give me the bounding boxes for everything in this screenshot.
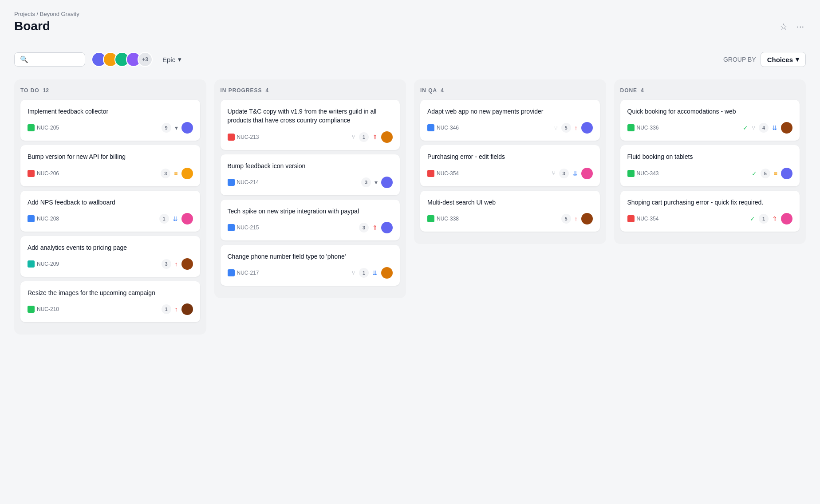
choices-label: Choices [767, 56, 793, 63]
priority-critical-icon: ⇑ [372, 224, 378, 231]
priority-high-icon: ↑ [575, 215, 578, 222]
column-inprogress: IN PROGRESS 4 Update T&C copy with v1.9 … [214, 79, 406, 298]
issue-type-icon [427, 170, 434, 177]
issue-badge: NUC-208 [28, 215, 59, 222]
priority-chevron-down-icon: ▾ [375, 179, 378, 186]
issue-code: NUC-210 [37, 306, 59, 312]
count-badge: 1 [162, 304, 171, 314]
issue-badge: NUC-354 [627, 215, 659, 222]
card-meta: NUC-209 3 ↑ [28, 258, 193, 270]
issue-code: NUC-214 [237, 179, 259, 185]
card[interactable]: Add NPS feedback to wallboard NUC-208 1 … [20, 191, 200, 232]
priority-low-icon: ⇊ [772, 124, 777, 131]
group-by-label: GROUP BY [723, 56, 756, 63]
column-done: DONE 4 Quick booking for accomodations -… [614, 79, 806, 244]
issue-type-icon [28, 215, 35, 222]
choices-button[interactable]: Choices ▾ [761, 52, 806, 67]
card[interactable]: Update T&C copy with v1.9 from the write… [221, 100, 400, 150]
branch-count: 5 [561, 123, 571, 133]
search-box: 🔍 [14, 52, 85, 67]
branch-icon: ⑂ [352, 270, 355, 276]
column-count-inqa: 4 [441, 87, 444, 94]
avatar-group: +3 [91, 52, 153, 67]
column-count-inprogress: 4 [265, 87, 268, 94]
card-title: Shoping cart purchasing error - quick fi… [627, 198, 793, 207]
count-badge: 3 [161, 169, 170, 178]
card-avatar [181, 122, 193, 134]
column-header-todo: TO DO 12 [20, 87, 200, 94]
issue-code: NUC-215 [237, 224, 259, 231]
card-title: Update T&C copy with v1.9 from the write… [228, 107, 393, 125]
issue-badge: NUC-206 [28, 170, 59, 177]
issue-badge: NUC-346 [427, 124, 459, 131]
card[interactable]: Fluid booking on tablets NUC-343 ✓ 5 ≡ [620, 145, 800, 186]
card-meta: NUC-336 ✓ ⑂4 ⇊ [627, 122, 793, 134]
issue-badge: NUC-217 [228, 269, 259, 276]
column-title-inqa: IN QA [420, 87, 437, 94]
issue-badge: NUC-338 [427, 215, 459, 222]
card-avatar [781, 213, 792, 224]
card[interactable]: Multi-dest search UI web NUC-338 5 ↑ [420, 191, 600, 232]
priority-low-icon: ⇊ [173, 215, 178, 222]
priority-low-icon: ⇊ [372, 269, 378, 276]
issue-code: NUC-343 [637, 170, 659, 177]
card-title: Multi-dest search UI web [427, 198, 593, 207]
issue-code: NUC-206 [37, 170, 59, 177]
issue-type-icon [627, 124, 635, 131]
issue-code: NUC-217 [237, 270, 259, 276]
epic-chevron-icon: ▾ [178, 55, 181, 63]
card-meta: NUC-354 ⑂3 ⇊ [427, 168, 593, 179]
priority-medium-icon: ≡ [774, 170, 777, 177]
board: TO DO 12 Implement feedback collector NU… [14, 79, 806, 335]
card-meta: NUC-343 ✓ 5 ≡ [627, 168, 793, 179]
card-avatar [581, 213, 593, 224]
issue-badge: NUC-336 [627, 124, 659, 131]
card-meta: NUC-215 3 ⇑ [228, 222, 393, 233]
card[interactable]: Quick booking for accomodations - web NU… [620, 100, 800, 141]
card[interactable]: Adapt web app no new payments provider N… [420, 100, 600, 141]
card[interactable]: Change phone number field type to 'phone… [221, 245, 400, 286]
issue-type-icon [427, 124, 434, 131]
issue-type-icon [228, 269, 235, 276]
count-badge: 5 [761, 169, 770, 178]
count-badge: 3 [162, 259, 171, 269]
card[interactable]: Bump feedback icon version NUC-214 3 ▾ [221, 154, 400, 195]
card-meta: NUC-210 1 ↑ [28, 303, 193, 315]
issue-badge: NUC-205 [28, 124, 59, 131]
issue-badge: NUC-214 [228, 179, 259, 186]
count-badge: 1 [159, 214, 169, 224]
card[interactable]: Shoping cart purchasing error - quick fi… [620, 191, 800, 232]
issue-badge: NUC-210 [28, 306, 59, 313]
branch-icon: ⑂ [352, 134, 355, 140]
card-avatar [181, 303, 193, 315]
card[interactable]: Tech spike on new stripe integration wit… [221, 200, 400, 240]
avatar-count[interactable]: +3 [138, 52, 153, 67]
card[interactable]: Resize the images for the upcoming campa… [20, 281, 200, 322]
search-icon: 🔍 [20, 55, 28, 63]
card[interactable]: Add analytics events to pricing page NUC… [20, 236, 200, 277]
search-input[interactable] [32, 56, 79, 63]
issue-type-icon [28, 260, 35, 268]
more-options-button[interactable]: ··· [795, 20, 806, 33]
column-header-inqa: IN QA 4 [420, 87, 600, 94]
card-avatar [181, 213, 193, 224]
count-badge: 3 [361, 177, 371, 187]
branch-icon: ⑂ [554, 125, 558, 131]
epic-filter-button[interactable]: Epic ▾ [159, 54, 185, 65]
column-header-done: DONE 4 [620, 87, 800, 94]
card[interactable]: Bump version for new API for billing NUC… [20, 145, 200, 186]
card[interactable]: Implement feedback collector NUC-205 9 ▾ [20, 100, 200, 141]
card[interactable]: Purchasing error - edit fields NUC-354 ⑂… [420, 145, 600, 186]
issue-badge: NUC-209 [28, 260, 59, 268]
card-title: Bump feedback icon version [228, 161, 393, 170]
branch-icon: ⑂ [752, 125, 755, 131]
issue-type-icon [427, 215, 434, 222]
count-badge: 3 [359, 223, 369, 232]
column-title-inprogress: IN PROGRESS [221, 87, 262, 94]
star-button[interactable]: ☆ [778, 20, 789, 34]
card-meta: NUC-206 3 ≡ [28, 168, 193, 179]
card-title: Quick booking for accomodations - web [627, 107, 793, 116]
column-count-todo: 12 [43, 87, 49, 94]
branch-count: 3 [559, 169, 569, 178]
branch-icon: ⑂ [552, 170, 556, 177]
